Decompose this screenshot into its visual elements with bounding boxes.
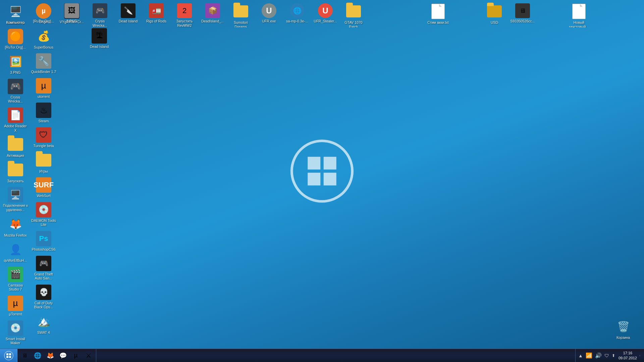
- tray-volume[interactable]: 🔊: [594, 352, 602, 359]
- svg-rect-5: [9, 356, 11, 358]
- icon-r1-zapustit[interactable]: 2 Запустить RevMW2: [171, 2, 198, 29]
- icon-r1-rutororg[interactable]: µ [RuTor.Org]...: [30, 2, 57, 29]
- icon-r1-deadislandexe[interactable]: 📦 DeadIsland_...: [199, 2, 226, 29]
- taskbar-apps: [96, 349, 575, 362]
- tray-shield[interactable]: 🛡: [604, 352, 610, 359]
- tray-show-desktop-right[interactable]: [640, 355, 642, 356]
- taskbar-firefox[interactable]: 🦊: [44, 350, 56, 361]
- icon-r1-crysis[interactable]: 🎮 Crysis Wrecka...: [87, 2, 113, 29]
- icon-r1-sumotori[interactable]: Sumotori Dreams: [227, 2, 254, 29]
- svg-rect-2: [6, 353, 8, 355]
- taskbar: 🖥 🌐 🦊 💬 µ ⚔ ▲ 📶 🔊 🛡 ⬆ 17:16 09.07.2012: [0, 349, 644, 362]
- taskbar-show-desktop[interactable]: 🖥: [19, 350, 31, 361]
- icon-r1-ufrstealer[interactable]: U UFR_Stealer...: [312, 2, 339, 29]
- svg-rect-3: [9, 353, 11, 355]
- svg-rect-4: [6, 356, 8, 358]
- icon-r1-s93[interactable]: 🖥 S93350526сс...: [509, 2, 536, 29]
- taskbar-ie[interactable]: 🌐: [32, 350, 44, 361]
- tray-network[interactable]: 📶: [585, 352, 593, 359]
- quick-launch: 🖥 🌐 🦊 💬 µ ⚔: [17, 349, 96, 362]
- icon-r1-gtavpatch[interactable]: GTAV 1070 Patch: [340, 2, 367, 29]
- icon-r1-3png[interactable]: 🖼 3.PNG: [58, 2, 85, 29]
- svg-point-1: [4, 351, 13, 360]
- start-button[interactable]: [0, 349, 17, 362]
- icon-r1-stimakki[interactable]: Стим акки.txt: [425, 2, 451, 29]
- icon-r1-computer[interactable]: 🖥️ Компьютер: [2, 2, 29, 29]
- taskbar-utorrent[interactable]: µ: [70, 350, 82, 361]
- tray-upload[interactable]: ⬆: [611, 353, 616, 359]
- taskbar-app6[interactable]: ⚔: [83, 350, 95, 361]
- recycle-bin[interactable]: 🗑️ Корзина: [610, 317, 637, 341]
- icon-r1-deadisland[interactable]: 🔪 Dead Island: [115, 2, 142, 29]
- windows-start-icon: [4, 351, 13, 360]
- taskbar-skype[interactable]: 💬: [57, 350, 69, 361]
- systray: ▲ 📶 🔊 🛡 ⬆ 17:16 09.07.2012: [575, 349, 644, 362]
- icon-r1-usd[interactable]: USD: [481, 2, 508, 29]
- icon-r1-novyi-text[interactable]: Новый текстовый...: [566, 2, 592, 29]
- icon-r1-samp[interactable]: 🌐 sa-mp-0.3e-...: [284, 2, 311, 29]
- tray-clock[interactable]: 17:16 09.07.2012: [617, 351, 638, 360]
- icon-r1-rigsrods[interactable]: 🚛 Rigs of Rods: [143, 2, 170, 29]
- icon-r1-ufrexe[interactable]: U UFR.exe: [256, 2, 282, 29]
- tray-expand[interactable]: ▲: [578, 352, 584, 359]
